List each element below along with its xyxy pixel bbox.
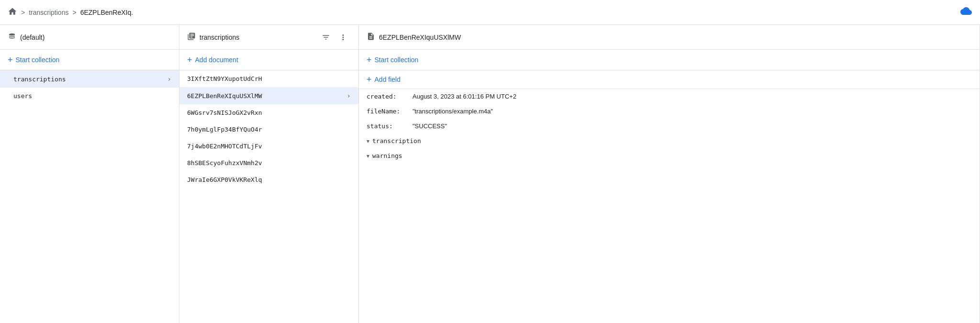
- field-section: created: August 3, 2023 at 6:01:16 PM UT…: [359, 89, 980, 163]
- col-transcriptions: transcriptions + Add document 3IXftZtN9Y…: [179, 25, 359, 323]
- breadcrumb-sep-2: >: [72, 9, 76, 16]
- doc-id-1: 3IXftZtN9YXupotUdCrH: [187, 75, 351, 82]
- breadcrumb-current: 6EZPLBenReXIq.: [80, 9, 134, 16]
- list-item-doc-5[interactable]: 7j4wb0E2nMHOTCdTLjFv: [179, 138, 358, 155]
- start-collection-label-3: Start collection: [375, 56, 419, 64]
- expand-key-warnings: warnings: [372, 152, 402, 159]
- field-row-created: created: August 3, 2023 at 6:01:16 PM UT…: [359, 89, 980, 104]
- expand-arrow-transcription: ▾: [367, 138, 369, 145]
- start-collection-label-1: Start collection: [16, 56, 60, 64]
- expandable-warnings[interactable]: ▾ warnings: [359, 148, 980, 163]
- list-item-doc-1[interactable]: 3IXftZtN9YXupotUdCrH: [179, 70, 358, 87]
- plus-icon-4: +: [367, 75, 372, 84]
- doc-id-3: 6WGsrv7sNISJoGX2vRxn: [187, 109, 351, 116]
- chevron-right-icon-2: ›: [347, 92, 351, 100]
- list-item-doc-3[interactable]: 6WGsrv7sNISJoGX2vRxn: [179, 104, 358, 121]
- plus-icon-1: +: [8, 56, 13, 64]
- item-text-users: users: [13, 92, 171, 100]
- list-item-doc-2[interactable]: 6EZPLBenReXIquUSXlMW ›: [179, 87, 358, 104]
- col2-header: transcriptions: [179, 25, 358, 50]
- breadcrumb-item-transcriptions[interactable]: transcriptions: [29, 9, 68, 16]
- start-collection-btn-1[interactable]: + Start collection: [0, 50, 179, 70]
- col-default: (default) + Start collection transcripti…: [0, 25, 179, 323]
- doc-id-2: 6EZPLBenReXIquUSXlMW: [187, 92, 347, 100]
- list-item-transcriptions[interactable]: transcriptions ›: [0, 70, 179, 88]
- collection-icon: [187, 32, 196, 42]
- col1-header: (default): [0, 25, 179, 50]
- chevron-right-icon: ›: [167, 75, 171, 83]
- list-item-doc-7[interactable]: JWraIe6GXP0VkVKReXlq: [179, 171, 358, 188]
- doc-id-4: 7h0ymLglFp34BfYQuO4r: [187, 126, 351, 133]
- field-row-status: status: "SUCCESS": [359, 119, 980, 134]
- field-key-filename: fileName:: [367, 108, 410, 115]
- field-value-filename: "transcriptions/example.m4a": [412, 108, 493, 115]
- add-document-btn[interactable]: + Add document: [179, 50, 358, 70]
- document-icon: [367, 32, 375, 42]
- field-value-created: August 3, 2023 at 6:01:16 PM UTC+2: [412, 93, 516, 100]
- main-layout: (default) + Start collection transcripti…: [0, 25, 980, 323]
- col3-title: 6EZPLBenReXIquUSXlMW: [379, 33, 972, 41]
- list-item-doc-6[interactable]: 8hSBEScyoFuhzxVNmh2v: [179, 155, 358, 171]
- field-key-created: created:: [367, 93, 410, 100]
- col-document-detail: 6EZPLBenReXIquUSXlMW + Start collection …: [359, 25, 980, 323]
- breadcrumb-sep-1: >: [21, 9, 25, 16]
- start-collection-btn-3[interactable]: + Start collection: [359, 50, 980, 70]
- col2-title: transcriptions: [200, 33, 314, 41]
- more-options-btn[interactable]: [335, 30, 351, 45]
- plus-icon-3: +: [367, 56, 372, 64]
- col1-title: (default): [20, 33, 171, 41]
- doc-id-6: 8hSBEScyoFuhzxVNmh2v: [187, 159, 351, 167]
- field-value-status: "SUCCESS": [412, 123, 447, 130]
- field-key-status: status:: [367, 123, 410, 130]
- add-field-label: Add field: [375, 76, 401, 83]
- col3-header: 6EZPLBenReXIquUSXlMW: [359, 25, 980, 50]
- add-document-label: Add document: [195, 56, 238, 64]
- field-row-filename: fileName: "transcriptions/example.m4a": [359, 104, 980, 119]
- list-item-doc-4[interactable]: 7h0ymLglFp34BfYQuO4r: [179, 121, 358, 138]
- expandable-transcription[interactable]: ▾ transcription: [359, 134, 980, 148]
- database-icon: [8, 32, 16, 42]
- home-icon[interactable]: [8, 7, 17, 18]
- breadcrumb-bar: > transcriptions > 6EZPLBenReXIq.: [0, 0, 980, 25]
- expand-arrow-warnings: ▾: [367, 153, 369, 159]
- filter-icon-btn[interactable]: [318, 30, 334, 45]
- list-item-users[interactable]: users: [0, 88, 179, 104]
- doc-id-5: 7j4wb0E2nMHOTCdTLjFv: [187, 143, 351, 150]
- col2-actions: [318, 30, 351, 45]
- add-field-btn[interactable]: + Add field: [359, 70, 980, 89]
- doc-id-7: JWraIe6GXP0VkVKReXlq: [187, 176, 351, 183]
- item-text-transcriptions: transcriptions: [13, 76, 167, 83]
- cloud-icon: [959, 6, 972, 19]
- expand-key-transcription: transcription: [372, 137, 421, 145]
- plus-icon-2: +: [187, 56, 192, 64]
